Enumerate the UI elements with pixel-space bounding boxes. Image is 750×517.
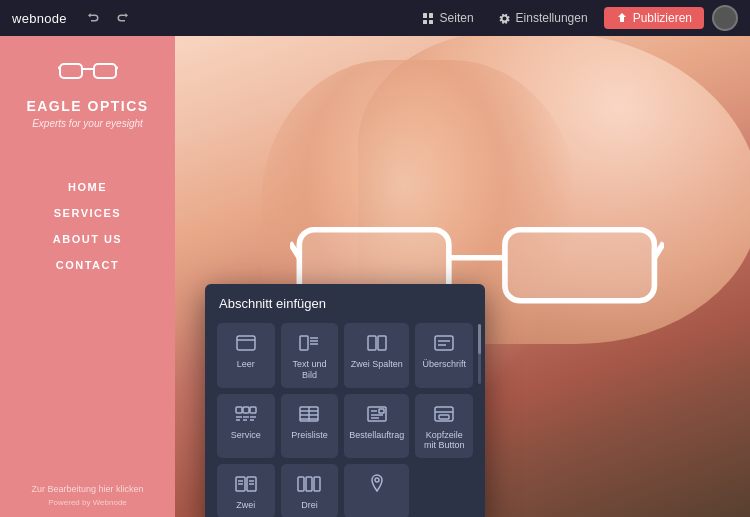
brand-name: EAGLE OPTICS (26, 98, 148, 114)
svg-rect-0 (423, 13, 427, 18)
insert-item-drei[interactable]: Drei (281, 464, 339, 517)
bestellauftrag-label: Bestellauftrag (349, 430, 404, 441)
svg-rect-16 (300, 336, 308, 350)
pages-button[interactable]: Seiten (414, 7, 482, 29)
order-icon (367, 403, 387, 425)
svg-rect-14 (237, 336, 255, 350)
insert-grid: Leer Text und Bild (217, 323, 473, 517)
two2-icon (235, 473, 257, 495)
svg-rect-4 (60, 64, 82, 78)
two-col-icon (367, 332, 387, 354)
powered-by: Powered by Webnode (31, 498, 143, 507)
topbar-right: Seiten Einstellungen Publizieren (414, 5, 738, 31)
zwei-spalten-label: Zwei Spalten (351, 359, 403, 370)
settings-label: Einstellungen (516, 11, 588, 25)
pricelist-icon (299, 403, 319, 425)
svg-rect-20 (368, 336, 376, 350)
edit-hint: Zur Bearbeitung hier klicken (31, 484, 143, 494)
preisliste-label: Preisliste (291, 430, 328, 441)
svg-rect-22 (435, 336, 453, 350)
insert-item-kopfzeile[interactable]: Kopfzeile mit Button (415, 394, 473, 459)
service-icon (235, 403, 257, 425)
main-layout: EAGLE OPTICS Experts for your eyesight H… (0, 36, 750, 517)
publish-button[interactable]: Publizieren (604, 7, 704, 29)
svg-rect-2 (423, 20, 427, 24)
insert-item-text-bild[interactable]: Text und Bild (281, 323, 339, 388)
svg-rect-25 (236, 407, 242, 413)
insert-item-zwei2[interactable]: Zwei (217, 464, 275, 517)
insert-panel: Abschnitt einfügen Leer (205, 284, 485, 517)
brand-logo: webnode (12, 11, 67, 26)
svg-rect-3 (429, 20, 433, 24)
empty-icon (236, 332, 256, 354)
svg-rect-55 (314, 477, 320, 491)
nav-menu: HOME SERVICES ABOUT US CONTACT (10, 179, 165, 273)
undo-button[interactable] (83, 8, 105, 29)
pages-label: Seiten (440, 11, 474, 25)
header-btn-icon (434, 403, 454, 425)
svg-rect-26 (243, 407, 249, 413)
leer-label: Leer (237, 359, 255, 370)
zwei2-label: Zwei (236, 500, 255, 511)
svg-line-8 (116, 67, 118, 69)
svg-rect-46 (439, 415, 449, 419)
insert-panel-title: Abschnitt einfügen (217, 296, 473, 311)
content-area: + Abschnitt einfügen Leer (175, 36, 750, 517)
nav-item-contact[interactable]: CONTACT (56, 257, 119, 273)
settings-button[interactable]: Einstellungen (490, 7, 596, 29)
nav-item-home[interactable]: HOME (68, 179, 107, 195)
insert-item-ueberschrift[interactable]: Überschrift (415, 323, 473, 388)
nav-item-about[interactable]: ABOUT US (53, 231, 122, 247)
insert-item-leer[interactable]: Leer (217, 323, 275, 388)
logo-glasses (58, 56, 118, 90)
svg-rect-27 (250, 407, 256, 413)
insert-item-bestellauftrag[interactable]: Bestellauftrag (344, 394, 409, 459)
nav-item-services[interactable]: SERVICES (54, 205, 121, 221)
svg-point-56 (375, 478, 379, 482)
avatar[interactable] (712, 5, 738, 31)
svg-rect-53 (298, 477, 304, 491)
topbar: webnode Seiten Einstellungen Publizieren (0, 0, 750, 36)
panel-scrollbar[interactable] (478, 324, 481, 384)
insert-item-service[interactable]: Service (217, 394, 275, 459)
panel-scroll-thumb (478, 324, 481, 354)
text-image-icon (299, 332, 319, 354)
redo-button[interactable] (111, 8, 133, 29)
map-icon (369, 473, 385, 495)
ueberschrift-label: Überschrift (422, 359, 466, 370)
heading-icon (434, 332, 454, 354)
drei-label: Drei (301, 500, 318, 511)
sidebar: EAGLE OPTICS Experts for your eyesight H… (0, 36, 175, 517)
svg-rect-21 (378, 336, 386, 350)
publish-label: Publizieren (633, 11, 692, 25)
svg-rect-5 (94, 64, 116, 78)
svg-line-7 (58, 67, 60, 69)
svg-rect-1 (429, 13, 433, 18)
service-label: Service (231, 430, 261, 441)
sidebar-bottom: Zur Bearbeitung hier klicken Powered by … (31, 484, 143, 507)
three-col-icon (297, 473, 321, 495)
svg-rect-10 (505, 229, 655, 300)
insert-item-zwei-spalten[interactable]: Zwei Spalten (344, 323, 409, 388)
insert-item-map[interactable] (344, 464, 409, 517)
svg-rect-41 (379, 409, 384, 413)
insert-item-preisliste[interactable]: Preisliste (281, 394, 339, 459)
brand-tagline: Experts for your eyesight (32, 118, 143, 129)
text-bild-label: Text und Bild (286, 359, 334, 381)
svg-rect-54 (306, 477, 312, 491)
kopfzeile-label: Kopfzeile mit Button (420, 430, 468, 452)
topbar-history (83, 8, 133, 29)
